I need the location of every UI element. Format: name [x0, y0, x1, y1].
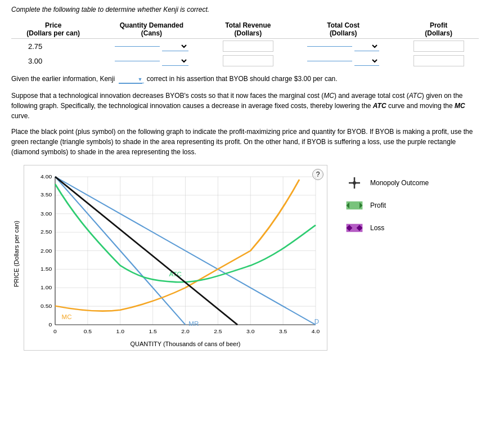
- quantity-select-275[interactable]: 0 1000 2000 3000: [162, 42, 188, 51]
- data-table: Price (Dollars per can) Quantity Demande…: [11, 20, 479, 68]
- quantity-cell-275: 0 1000 2000 3000: [95, 39, 208, 54]
- legend-area: Monopoly Outcome Profit: [344, 165, 429, 244]
- profit-cell-275: [398, 39, 479, 54]
- mr-label: MR: [188, 321, 199, 327]
- revenue-input-300[interactable]: [223, 55, 273, 66]
- graph-container[interactable]: ?: [24, 165, 327, 351]
- chevron-down-icon: ▼: [137, 77, 142, 82]
- svg-text:3.50: 3.50: [41, 192, 52, 198]
- svg-text:3.0: 3.0: [246, 329, 255, 334]
- kenji-dropdown-container: is is not ▼: [119, 75, 142, 84]
- cost-dropdown-line-300: [307, 61, 352, 61]
- para1: Suppose that a technological innovation …: [11, 91, 479, 121]
- cost-cell-300: 1.00 2.00 3.00 4.00: [288, 53, 398, 68]
- svg-text:1.0: 1.0: [116, 329, 125, 334]
- profit-icon: [344, 199, 365, 212]
- profit-input-300[interactable]: [413, 55, 464, 66]
- col-header-price: Price (Dollars per can): [11, 20, 95, 39]
- col-header-quantity: Quantity Demanded (Cans): [95, 20, 208, 39]
- legend-label-loss: Loss: [370, 224, 384, 232]
- col-header-cost: Total Cost (Dollars): [288, 20, 398, 39]
- svg-text:0: 0: [53, 329, 57, 334]
- quantity-cell-300: 0 1000 2000 3000: [95, 53, 208, 68]
- svg-point-40: [353, 181, 356, 185]
- graph-inner: 0 0.50 1.00 1.50 2.00 2.50 3.00 3.50 4.0…: [55, 177, 316, 325]
- revenue-input-275[interactable]: [223, 41, 273, 52]
- legend-item-loss: Loss: [344, 221, 384, 235]
- legend-item-profit: Profit: [344, 199, 386, 212]
- profit-input-275[interactable]: [413, 41, 464, 52]
- cost-select-300[interactable]: 1.00 2.00 3.00 4.00: [354, 56, 379, 66]
- y-axis-label: PRICE (Dollars per can): [13, 221, 20, 287]
- svg-text:2.5: 2.5: [214, 329, 222, 334]
- table-row: 3.00 0 1000 2000 3000: [11, 53, 479, 68]
- quantity-dropdown-line-300: [115, 61, 160, 61]
- quantity-dropdown-line-275: [115, 46, 160, 47]
- svg-text:0: 0: [48, 322, 52, 328]
- svg-text:1.50: 1.50: [41, 266, 52, 272]
- kenji-suffix: correct in his assertion that BYOB shoul…: [147, 75, 338, 83]
- cost-cell-275: 1.00 2.00 3.00 4.00: [288, 39, 398, 54]
- graph-section: PRICE (Dollars per can) ?: [11, 165, 479, 351]
- cost-select-275[interactable]: 1.00 2.00 3.00 4.00: [354, 42, 379, 51]
- para2: Place the black point (plus symbol) on t…: [11, 127, 479, 157]
- table-row: 2.75 0 1000 2000 3000: [11, 39, 479, 54]
- svg-text:4.00: 4.00: [41, 174, 52, 180]
- legend-label-monopoly: Monopoly Outcome: [370, 179, 429, 187]
- svg-text:2.50: 2.50: [41, 229, 52, 235]
- svg-text:0.50: 0.50: [41, 303, 52, 308]
- svg-text:4.0: 4.0: [312, 329, 320, 334]
- cost-dropdown-line-275: [307, 46, 352, 47]
- svg-text:0.5: 0.5: [84, 329, 92, 334]
- svg-text:2.0: 2.0: [181, 329, 190, 334]
- kenji-line: Given the earlier information, Kenji is …: [11, 75, 479, 84]
- price-cell-275: 2.75: [11, 39, 95, 54]
- profit-cell-300: [398, 53, 479, 68]
- mc-curve: [55, 180, 299, 311]
- x-axis-label: QUANTITY (Thousands of cans of beer): [55, 341, 316, 347]
- svg-text:3.00: 3.00: [41, 210, 52, 216]
- svg-text:3.5: 3.5: [279, 329, 287, 334]
- graph-svg: 0 0.50 1.00 1.50 2.00 2.50 3.00 3.50 4.0…: [55, 177, 316, 325]
- legend-item-monopoly: Monopoly Outcome: [344, 176, 429, 190]
- svg-text:1.5: 1.5: [149, 329, 157, 334]
- col-header-profit: Profit (Dollars): [398, 20, 479, 39]
- loss-icon: [344, 221, 365, 235]
- svg-text:1.00: 1.00: [41, 285, 52, 290]
- crosshair-icon: [344, 176, 365, 190]
- svg-text:2.00: 2.00: [41, 248, 52, 253]
- revenue-cell-300: [208, 53, 288, 68]
- price-cell-300: 3.00: [11, 53, 95, 68]
- col-header-revenue: Total Revenue (Dollars): [208, 20, 288, 39]
- kenji-prefix: Given the earlier information, Kenji: [11, 75, 115, 83]
- revenue-cell-275: [208, 39, 288, 54]
- mc-label: MC: [62, 314, 72, 320]
- intro-text: Complete the following table to determin…: [11, 6, 479, 14]
- legend-label-profit: Profit: [370, 201, 386, 209]
- demand-label: D: [314, 319, 320, 325]
- quantity-select-300[interactable]: 0 1000 2000 3000: [162, 56, 188, 66]
